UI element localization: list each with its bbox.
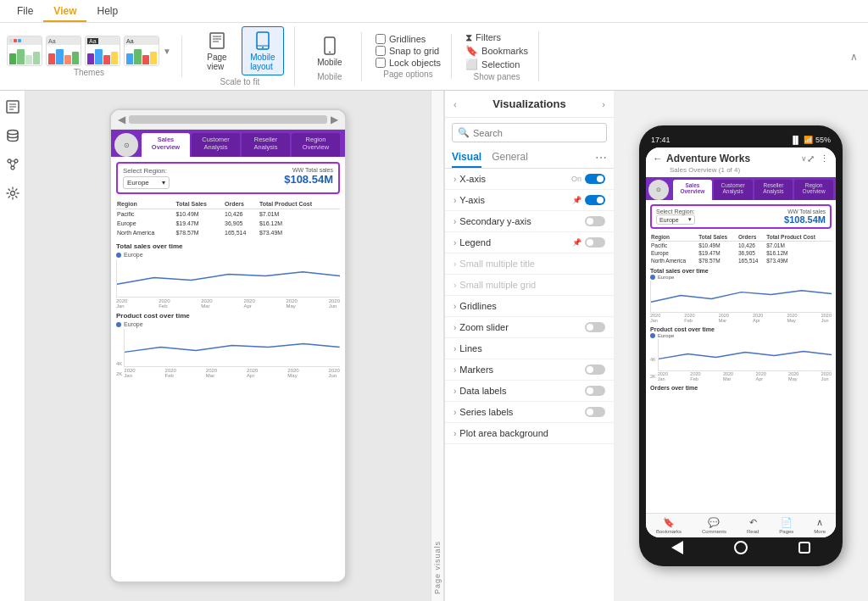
nav-back-icon[interactable]: ◀: [118, 114, 125, 125]
gridlines-check[interactable]: Gridlines: [376, 34, 441, 44]
viz-panel-collapse-left[interactable]: ‹: [453, 99, 457, 109]
viz-yaxis-icon[interactable]: 📌: [572, 196, 581, 204]
svg-line-19: [14, 163, 15, 167]
ww-value: $108.54M: [284, 173, 333, 186]
tab-file[interactable]: File: [7, 2, 43, 22]
viz-item-legend[interactable]: › Legend 📌: [445, 232, 614, 253]
viz-legend-toggle[interactable]: [585, 237, 605, 248]
more-label: More: [814, 529, 826, 534]
bookmark-icon: 🔖: [465, 45, 478, 57]
bookmarks-btn[interactable]: 🔖 Bookmarks: [465, 45, 528, 57]
nav-forward-icon[interactable]: ▶: [331, 114, 338, 125]
viz-search-input[interactable]: [473, 128, 601, 138]
mobile-btn[interactable]: Mobile: [309, 32, 351, 70]
ribbon-collapse-btn[interactable]: ∧: [847, 47, 861, 66]
themes-dropdown-arrow[interactable]: ▼: [163, 47, 171, 56]
viz-item-sec-yaxis[interactable]: › Secondary y-axis: [445, 211, 614, 232]
viz-search-box[interactable]: 🔍: [452, 123, 607, 142]
bottom-read[interactable]: ↶ Read: [747, 517, 759, 534]
phone-tab-customer[interactable]: Customer Analysis: [714, 180, 753, 200]
phone-tab-sales[interactable]: Sales Overview: [673, 180, 712, 200]
viz-item-markers[interactable]: › Markers: [445, 359, 614, 381]
more-icon: ∧: [816, 517, 823, 528]
viz-series-labels-toggle[interactable]: [585, 407, 605, 417]
viz-datalabels-toggle[interactable]: [585, 386, 605, 396]
bottom-pages[interactable]: 📄 Pages: [779, 517, 793, 534]
lock-check[interactable]: Lock objects: [376, 58, 441, 68]
viz-tab-general[interactable]: General: [492, 147, 528, 168]
theme-bar: [25, 55, 32, 64]
gridlines-input[interactable]: [376, 34, 386, 44]
filters-btn[interactable]: ⧗ Filters: [465, 31, 528, 43]
bottom-more[interactable]: ∧ More: [814, 517, 826, 534]
theme-btn-1[interactable]: [7, 36, 42, 66]
viz-yaxis-toggle[interactable]: [585, 195, 605, 205]
viz-item-series-labels[interactable]: › Series labels: [445, 402, 614, 423]
phone-region-dropdown[interactable]: Europe ▾: [656, 214, 695, 225]
snap-label: Snap to grid: [389, 46, 439, 56]
viz-xaxis-toggle[interactable]: [585, 174, 605, 184]
sidebar-report-icon[interactable]: [3, 97, 22, 116]
viz-markers-arrow: ›: [453, 365, 456, 375]
viz-tab-menu-icon[interactable]: ⋯: [595, 147, 607, 168]
phone-home-icon[interactable]: [734, 541, 748, 554]
mockup-tab-reseller[interactable]: Reseller Analysis: [242, 133, 290, 157]
phone-menu-icon[interactable]: ⋮: [820, 153, 829, 164]
selection-btn[interactable]: ⬜ Selection: [465, 58, 528, 70]
phone-tab-reseller[interactable]: Reseller Analysis: [754, 180, 793, 200]
sidebar-model-icon[interactable]: [3, 155, 22, 174]
phone-ww-label: WW Total sales: [784, 209, 826, 214]
phone-back-nav-icon[interactable]: [671, 541, 683, 554]
sidebar-data-icon[interactable]: [3, 126, 22, 145]
viz-item-lines[interactable]: › Lines: [445, 338, 614, 359]
select-region-dropdown[interactable]: Europe ▾: [123, 176, 170, 189]
viz-zoom-arrow: ›: [453, 323, 456, 332]
viz-item-plot-bg[interactable]: › Plot area background: [445, 423, 614, 444]
page-visuals-label[interactable]: Page visuals: [431, 91, 444, 601]
chart2-svg: [125, 329, 340, 366]
sidebar-settings-icon[interactable]: [3, 184, 22, 203]
viz-item-xaxis-label: X-axis: [459, 174, 486, 184]
mockup-tab-region[interactable]: Region Overview: [292, 133, 340, 157]
themes-label: Themes: [74, 68, 104, 77]
page-view-btn[interactable]: Pageview: [196, 27, 238, 75]
theme-btn-4[interactable]: Aa: [124, 36, 159, 66]
mockup-tab-customer[interactable]: Customer Analysis: [192, 133, 240, 157]
viz-item-zoom[interactable]: › Zoom slider: [445, 317, 614, 338]
theme-bar: [17, 49, 24, 64]
viz-legend-arrow: ›: [453, 238, 456, 248]
viz-markers-toggle[interactable]: [585, 364, 605, 375]
phone-select-label: Select Region:: [656, 209, 695, 214]
viz-panel-collapse-right[interactable]: ›: [602, 99, 605, 109]
mobile-layout-btn[interactable]: Mobilelayout: [242, 26, 284, 75]
lock-input[interactable]: [376, 58, 386, 68]
theme-btn-2[interactable]: Aa: [46, 36, 81, 66]
viz-items-list: › X-axis On › Y-axis 📌: [445, 169, 614, 601]
phone-tab-region[interactable]: Region Overview: [794, 180, 833, 200]
viz-tab-visual[interactable]: Visual: [452, 147, 481, 168]
viz-series-labels-arrow: ›: [453, 408, 456, 417]
viz-item-yaxis[interactable]: › Y-axis 📌: [445, 190, 614, 211]
mockup-tab-sales[interactable]: Sales Overview: [142, 133, 190, 157]
viz-item-xaxis[interactable]: › X-axis On: [445, 169, 614, 190]
snap-check[interactable]: Snap to grid: [376, 46, 441, 56]
phone-chart1-labels: 2020Jan2020Feb2020Mar 2020Apr2020May2020…: [650, 313, 832, 323]
tab-view[interactable]: View: [43, 2, 86, 22]
viz-item-datalabels[interactable]: › Data labels: [445, 381, 614, 402]
mobile-mockup: ◀ ▶ ⊙ Sales Overview Customer Analysis R…: [109, 109, 347, 583]
viz-sec-yaxis-toggle[interactable]: [585, 216, 605, 226]
theme-btn-3[interactable]: Aa: [85, 36, 120, 66]
viz-item-gridlines[interactable]: › Gridlines: [445, 296, 614, 317]
phone-recents-icon[interactable]: [798, 542, 810, 554]
phone-expand-icon[interactable]: ⤢: [807, 153, 815, 164]
bottom-bookmarks[interactable]: 🔖 Bookmarks: [656, 517, 682, 534]
viz-zoom-toggle[interactable]: [585, 322, 605, 332]
bottom-comments[interactable]: 💬 Comments: [702, 517, 726, 534]
chart1-legend: Europe: [116, 252, 340, 258]
phone-header-icons: ⤢ ⋮: [807, 153, 829, 164]
col-orders: Orders: [224, 199, 259, 209]
tab-help[interactable]: Help: [86, 2, 128, 22]
snap-input[interactable]: [376, 46, 386, 56]
phone-back-btn[interactable]: ←: [653, 153, 663, 164]
viz-legend-icon[interactable]: 📌: [572, 238, 581, 247]
